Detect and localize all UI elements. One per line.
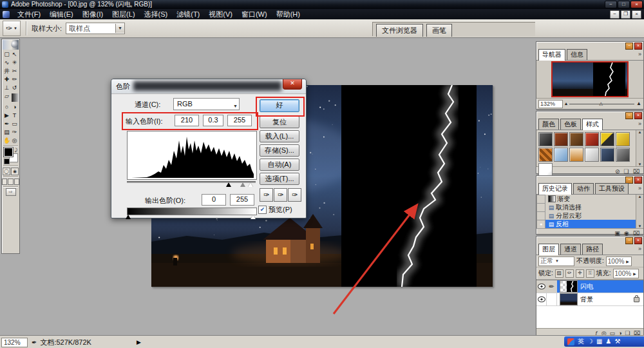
scroll-up-icon[interactable]: ▲ [638, 130, 642, 134]
lasso-tool-icon[interactable]: ∿ [3, 59, 11, 67]
navigator-zoom-field[interactable]: 132% [538, 100, 563, 108]
ime-language-toggle[interactable]: 英 [578, 336, 584, 347]
scrollbar[interactable]: ▲ ▼ [636, 195, 643, 228]
history-brush-tool-icon[interactable]: ↺ [11, 84, 19, 92]
style-swatch[interactable] [538, 148, 553, 162]
preview-checkbox[interactable]: ✔ [258, 206, 267, 214]
history-source-box[interactable] [536, 195, 545, 204]
panel-minimize-button[interactable]: − [625, 112, 633, 119]
panel-menu-icon[interactable]: » [638, 246, 641, 252]
tab-layers[interactable]: 图层 [538, 244, 559, 255]
fullscreen-mode-button[interactable] [14, 179, 19, 185]
notes-tool-icon[interactable]: ▤ [3, 128, 11, 137]
new-snapshot-icon[interactable]: ◉ [624, 230, 629, 237]
dodge-tool-icon[interactable]: ◑ [11, 103, 19, 111]
zoom-tool-icon[interactable]: ◎ [11, 137, 19, 145]
doc-minimize-button[interactable]: − [610, 10, 620, 19]
tab-swatches[interactable]: 色板 [560, 119, 581, 130]
save-button[interactable]: 存储(S)... [260, 144, 299, 157]
visibility-toggle[interactable] [536, 293, 547, 305]
reset-button[interactable]: 复位 [260, 116, 299, 128]
panel-minimize-button[interactable]: − [625, 43, 633, 50]
status-menu-arrow-icon[interactable]: ▶ [137, 339, 141, 345]
new-style-icon[interactable]: ❏ [624, 168, 629, 175]
zoom-out-icon[interactable]: ▴ [565, 101, 567, 107]
style-swatch[interactable] [585, 148, 599, 162]
new-document-from-state-icon[interactable]: ▣ [614, 230, 620, 237]
link-indicator[interactable] [547, 293, 557, 305]
ime-language-bar[interactable]: 英 ☽ ▦ ♟ ⚒ [564, 336, 644, 347]
scrollbar[interactable]: ▲ ▼ [636, 130, 643, 166]
panel-close-button[interactable]: × [634, 237, 642, 244]
history-item[interactable]: 渐变 [536, 195, 636, 203]
channel-select[interactable]: RGB ▼ [173, 98, 240, 110]
rectangular-marquee-tool-icon[interactable]: ▢ [3, 50, 11, 59]
style-swatch[interactable] [600, 132, 614, 146]
panel-menu-icon[interactable]: » [638, 121, 641, 127]
tab-brushes[interactable]: 画笔 [426, 24, 452, 37]
type-tool-icon[interactable]: T [11, 111, 19, 120]
menu-item[interactable]: 帮助(H) [272, 10, 305, 19]
fullscreen-menubar-mode-button[interactable] [8, 179, 13, 185]
move-tool-icon[interactable]: ↖ [11, 50, 19, 59]
output-highlight-field[interactable]: 255 [230, 194, 254, 206]
scroll-down-icon[interactable]: ▼ [638, 224, 642, 228]
clone-stamp-tool-icon[interactable]: ⊥ [3, 84, 11, 92]
style-swatch[interactable] [554, 148, 568, 162]
tab-actions[interactable]: 动作 [573, 183, 594, 194]
menu-item[interactable]: 滤镜(T) [172, 10, 204, 19]
doc-restore-button[interactable]: ❐ [621, 10, 630, 19]
jump-to-imageready-button[interactable]: ⇨ [6, 188, 16, 196]
auto-button[interactable]: 自动(A) [260, 159, 299, 171]
crop-tool-icon[interactable]: 井 [3, 67, 11, 75]
gray-point-eyedropper-icon[interactable]: ✑ [274, 188, 287, 202]
tab-channels[interactable]: 通道 [560, 244, 581, 255]
pen-tool-icon[interactable]: ✒ [3, 120, 11, 128]
brush-tool-icon[interactable]: ✏ [11, 75, 19, 84]
history-source-box[interactable] [536, 211, 545, 220]
style-swatch[interactable] [569, 148, 583, 162]
healing-brush-tool-icon[interactable]: ✚ [3, 75, 11, 84]
menu-item[interactable]: 图层(L) [108, 10, 139, 19]
menu-item[interactable]: 视图(V) [204, 10, 237, 19]
style-swatch[interactable] [554, 132, 568, 146]
history-item[interactable]: ▤分层云彩 [536, 211, 636, 220]
gradient-tool-icon[interactable] [11, 92, 20, 103]
fill-field[interactable]: 100% ▶ [613, 269, 639, 278]
style-swatch[interactable] [538, 132, 553, 146]
maximize-button[interactable]: □ [618, 1, 630, 8]
gamma-slider-handle[interactable] [240, 182, 245, 187]
clear-style-icon[interactable]: ⊘ [615, 168, 620, 175]
layer-thumbnail[interactable] [560, 293, 578, 305]
style-swatch[interactable] [585, 132, 599, 146]
lock-transparency-icon[interactable]: ▨ [555, 269, 564, 278]
panel-close-button[interactable]: × [634, 43, 642, 50]
history-source-box[interactable]: ● [536, 220, 545, 229]
menu-item[interactable]: 文件(F) [13, 10, 45, 19]
menu-item[interactable]: 编辑(E) [45, 10, 78, 19]
scroll-up-icon[interactable]: ▲ [638, 195, 642, 198]
ime-keyboard-icon[interactable]: ▦ [596, 336, 602, 347]
layer-row-background[interactable]: 背景 [536, 293, 643, 306]
color-swatch-control[interactable]: ⤸ [4, 148, 17, 164]
standard-screen-mode-button[interactable] [2, 179, 7, 185]
magic-wand-tool-icon[interactable]: ✳ [11, 59, 19, 67]
visibility-toggle[interactable] [536, 280, 547, 293]
doc-close-button[interactable]: × [632, 10, 641, 19]
slice-tool-icon[interactable]: ✂ [11, 67, 19, 75]
hand-tool-icon[interactable]: ✋ [3, 137, 11, 145]
navigator-thumbnail[interactable] [551, 61, 629, 97]
black-point-eyedropper-icon[interactable]: ✑ [260, 188, 273, 202]
scroll-down-icon[interactable]: ▼ [638, 162, 642, 166]
tab-info[interactable]: 信息 [567, 49, 587, 60]
tab-navigator[interactable]: 导航器 [538, 49, 565, 61]
panel-minimize-button[interactable]: − [625, 237, 633, 244]
style-swatch[interactable] [616, 148, 630, 162]
eyedropper-tool-icon[interactable]: ✑ [11, 128, 19, 137]
levels-dialog[interactable]: 色阶 ✕ 通道(C): RGB ▼ 输入色阶(I): 210 0.3 255 输… [111, 79, 307, 218]
tab-tool-presets[interactable]: 工具预设 [595, 183, 629, 194]
options-button[interactable]: 选项(T)... [260, 173, 299, 185]
output-highlight-handle[interactable] [251, 215, 256, 219]
tab-history[interactable]: 历史记录 [538, 183, 572, 195]
tab-paths[interactable]: 路径 [582, 244, 603, 255]
